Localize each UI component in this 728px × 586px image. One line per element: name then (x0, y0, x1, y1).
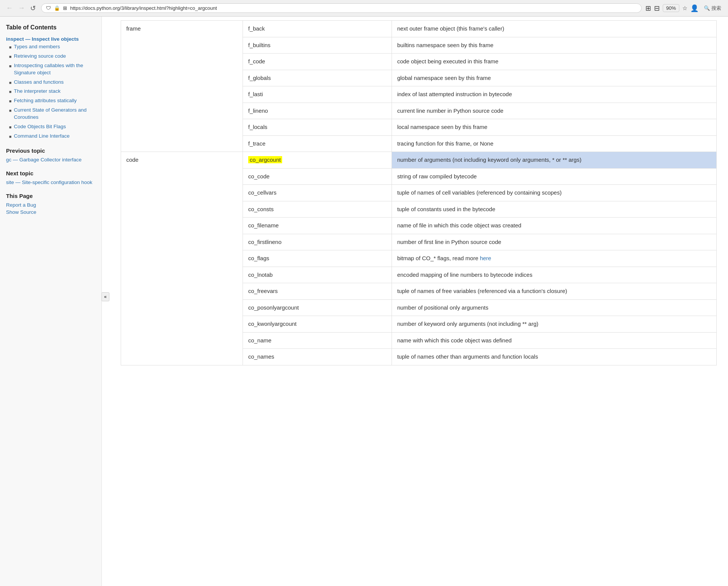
toc-sub-link[interactable]: Current State of Generators and Coroutin… (14, 107, 95, 121)
toc-sub-link[interactable]: Command Line Interface (14, 133, 70, 140)
bookmark-icon[interactable]: ☆ (682, 5, 687, 12)
desc-cell: tuple of names other than arguments and … (392, 349, 716, 365)
toc-sub-item: ■Types and members (9, 43, 95, 51)
toc-sub-link[interactable]: Types and members (14, 43, 60, 51)
url-text: https://docs.python.org/3/library/inspec… (70, 5, 637, 11)
desc-cell: encoded mapping of line numbers to bytec… (392, 267, 716, 283)
browser-chrome: ← → ↺ 🛡 🔒 ⊞ https://docs.python.org/3/li… (0, 0, 728, 17)
toc-bullet-icon: ■ (9, 134, 12, 140)
this-page-section: This Page Report a Bug Show Source (6, 193, 95, 215)
inline-link[interactable]: here (480, 255, 491, 261)
next-topic-text: site — Site-specific configuration hook (6, 179, 95, 185)
toc-sub-link[interactable]: Classes and functions (14, 79, 64, 86)
desc-cell: tuple of names of cell variables (refere… (392, 185, 716, 201)
desc-cell: number of keyword only arguments (not in… (392, 316, 716, 333)
attr-cell: co_cellvars (243, 185, 392, 201)
desc-cell: index of last attempted instruction in b… (392, 86, 716, 103)
table-row: framef_backnext outer frame object (this… (121, 21, 716, 37)
attr-cell: co_kwonlyargcount (243, 316, 392, 333)
attr-cell: co_filename (243, 218, 392, 234)
attr-cell: co_code (243, 168, 392, 185)
desc-cell: number of first line in Python source co… (392, 234, 716, 250)
toc-bullet-icon: ■ (9, 108, 12, 114)
desc-cell: code object being executed in this frame (392, 54, 716, 70)
attr-cell: f_code (243, 54, 392, 70)
attr-cell: f_builtins (243, 37, 392, 54)
qr-icon: ⊞ (645, 4, 651, 12)
toc-title: Table of Contents (6, 24, 95, 31)
main-content: framef_backnext outer frame object (this… (109, 17, 728, 586)
desc-cell: bitmap of CO_* flags, read more here (392, 250, 716, 267)
desc-cell: global namespace seen by this frame (392, 70, 716, 86)
attr-cell: co_lnotab (243, 267, 392, 283)
forward-button[interactable]: → (17, 3, 26, 13)
collapse-sidebar-button[interactable]: « (101, 292, 109, 301)
next-topic-heading: Next topic (6, 170, 95, 176)
collapse-sidebar-area: « (102, 17, 109, 586)
attr-cell: co_argcount (243, 152, 392, 169)
search-button[interactable]: 🔍 搜索 (702, 4, 723, 12)
prev-topic-section: Previous topic gc — Garbage Collector in… (6, 147, 95, 163)
this-page-heading: This Page (6, 193, 95, 199)
type-cell: code (121, 152, 243, 365)
attr-cell: co_firstlineno (243, 234, 392, 250)
attr-cell: f_globals (243, 70, 392, 86)
next-topic-link[interactable]: site — Site-specific configuration hook (6, 179, 92, 185)
highlighted-attr: co_argcount (248, 156, 283, 163)
nav-buttons: ← → ↺ (5, 3, 37, 13)
desc-cell: name of file in which this code object w… (392, 218, 716, 234)
toc-sub-item: ■Current State of Generators and Corouti… (9, 107, 95, 121)
toc-sub-item: ■Code Objects Bit Flags (9, 123, 95, 130)
toc-sub-item: ■Classes and functions (9, 79, 95, 86)
toolbar-right: ⊞ ⊟ 90% ☆ 👤 🔍 搜索 (645, 4, 723, 12)
desc-cell: number of arguments (not including keywo… (392, 152, 716, 169)
desc-cell: string of raw compiled bytecode (392, 168, 716, 185)
toc-sub-link[interactable]: Code Objects Bit Flags (14, 123, 66, 130)
back-button[interactable]: ← (5, 3, 14, 13)
search-icon: 🔍 (704, 5, 710, 11)
toc-sub-item: ■Introspecting callables with the Signat… (9, 62, 95, 77)
attr-cell: f_locals (243, 119, 392, 136)
attr-cell: co_flags (243, 250, 392, 267)
attr-cell: co_name (243, 332, 392, 349)
desc-cell: tuple of constants used in the bytecode (392, 201, 716, 218)
zoom-badge[interactable]: 90% (663, 4, 679, 12)
toc-sub-item: ■The interpreter stack (9, 88, 95, 95)
table-row: codeco_argcountnumber of arguments (not … (121, 152, 716, 169)
desc-cell: local namespace seen by this frame (392, 119, 716, 136)
show-source-link[interactable]: Show Source (6, 209, 36, 215)
desc-cell: current line number in Python source cod… (392, 103, 716, 119)
desc-cell: name with which this code object was def… (392, 332, 716, 349)
attr-cell: co_posonlyargcount (243, 299, 392, 316)
attr-cell: f_trace (243, 135, 392, 152)
page-layout: Table of Contents inspect — Inspect live… (0, 17, 728, 586)
toc-bullet-icon: ■ (9, 63, 12, 69)
attributes-table: framef_backnext outer frame object (this… (121, 20, 717, 365)
toc-sub-link[interactable]: Fetching attributes statically (14, 97, 77, 104)
toc-sub-link[interactable]: Retrieving source code (14, 53, 66, 60)
toc-bullet-icon: ■ (9, 89, 12, 95)
shield-icon: 🛡 (46, 5, 51, 11)
pin-icon: ⊞ (63, 5, 67, 11)
address-bar[interactable]: 🛡 🔒 ⊞ https://docs.python.org/3/library/… (41, 3, 642, 13)
toc-sub-item: ■Fetching attributes statically (9, 97, 95, 104)
report-bug-link[interactable]: Report a Bug (6, 202, 36, 208)
toc-bullet-icon: ■ (9, 44, 12, 50)
reload-button[interactable]: ↺ (29, 3, 37, 13)
toc-main-link[interactable]: inspect — Inspect live objects (6, 36, 79, 42)
next-topic-section: Next topic site — Site-specific configur… (6, 170, 95, 185)
prev-topic-link[interactable]: gc — Garbage Collector interface (6, 157, 81, 163)
toc-bullet-icon: ■ (9, 98, 12, 104)
copy-icon: ⊟ (654, 4, 660, 12)
desc-cell: tracing function for this frame, or None (392, 135, 716, 152)
toc-sub-item: ■Retrieving source code (9, 53, 95, 60)
toc-sub-link[interactable]: The interpreter stack (14, 88, 61, 95)
desc-cell: next outer frame object (this frame's ca… (392, 21, 716, 37)
search-label: 搜索 (711, 5, 721, 12)
sidebar: Table of Contents inspect — Inspect live… (0, 17, 102, 586)
toc-sub-link[interactable]: Introspecting callables with the Signatu… (14, 62, 95, 77)
type-cell: frame (121, 21, 243, 152)
profile-icon[interactable]: 👤 (690, 4, 699, 12)
lock-icon: 🔒 (54, 5, 60, 11)
prev-topic-text[interactable]: gc — Garbage Collector interface (6, 157, 95, 163)
